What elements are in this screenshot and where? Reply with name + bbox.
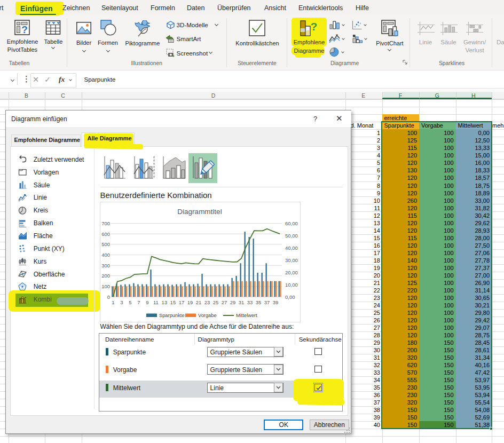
svg-text:50,00: 50,00 <box>285 233 298 239</box>
svg-text:30,00: 30,00 <box>285 257 298 263</box>
svg-text:Vorgabe: Vorgabe <box>198 313 217 318</box>
svg-text:29: 29 <box>230 299 236 305</box>
svg-text:9: 9 <box>146 299 149 305</box>
svg-text:200: 200 <box>102 273 111 279</box>
svg-text:13: 13 <box>162 299 168 305</box>
svg-text:21: 21 <box>196 299 202 305</box>
svg-text:39: 39 <box>273 299 279 305</box>
svg-text:5: 5 <box>129 299 132 305</box>
svg-text:19: 19 <box>187 299 193 305</box>
svg-text:35: 35 <box>256 299 262 305</box>
svg-text:60,00: 60,00 <box>285 220 298 226</box>
svg-text:11: 11 <box>153 299 159 305</box>
svg-text:3: 3 <box>121 299 123 305</box>
svg-text:?: ? <box>311 20 318 33</box>
svg-text:40,00: 40,00 <box>285 245 298 251</box>
svg-text:1: 1 <box>112 299 115 305</box>
svg-text:300: 300 <box>102 263 111 268</box>
svg-text:Diagrammtitel: Diagrammtitel <box>178 208 222 216</box>
svg-text:0,00: 0,00 <box>285 294 295 300</box>
svg-text:20,00: 20,00 <box>285 270 298 275</box>
svg-text:600: 600 <box>102 231 111 237</box>
svg-text:23: 23 <box>204 299 210 305</box>
svg-text:10,00: 10,00 <box>285 282 298 288</box>
svg-text:400: 400 <box>102 252 111 258</box>
svg-text:25: 25 <box>213 299 219 305</box>
svg-text:0: 0 <box>107 294 110 300</box>
svg-text:500: 500 <box>102 241 111 247</box>
svg-text:700: 700 <box>102 220 111 226</box>
svg-text:Mittelwert: Mittelwert <box>236 313 257 318</box>
svg-text:Sparpunkte: Sparpunkte <box>159 313 185 318</box>
svg-text:17: 17 <box>179 299 185 305</box>
svg-text:31: 31 <box>239 299 245 305</box>
svg-text:37: 37 <box>264 299 270 305</box>
svg-text:15: 15 <box>170 299 176 305</box>
svg-text:?: ? <box>21 24 28 35</box>
svg-text:100: 100 <box>102 283 111 289</box>
svg-text:27: 27 <box>222 299 227 305</box>
svg-text:33: 33 <box>247 299 253 305</box>
svg-text:7: 7 <box>138 299 140 305</box>
